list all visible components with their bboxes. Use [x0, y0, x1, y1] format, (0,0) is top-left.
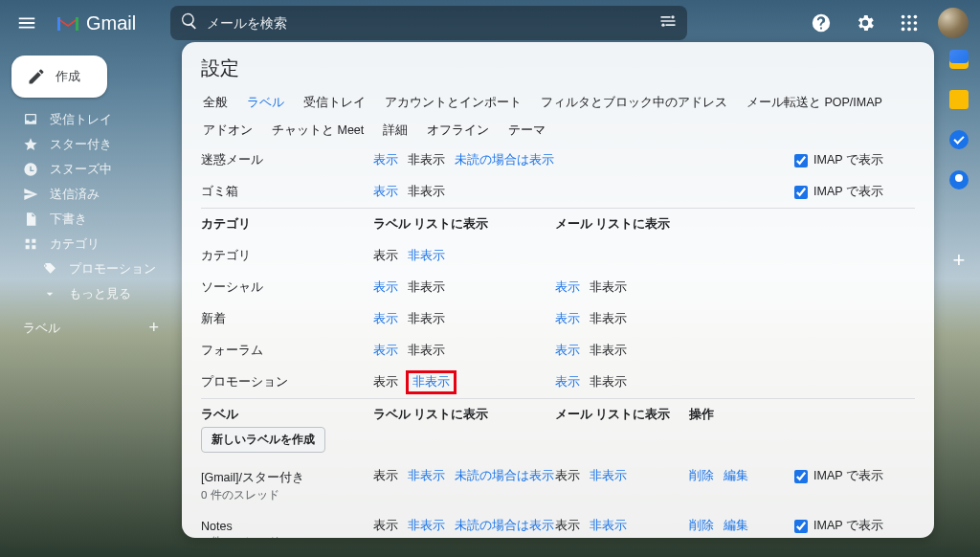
- link-show[interactable]: 表示: [373, 248, 398, 264]
- link-hide[interactable]: 非表示: [590, 468, 627, 484]
- row-trash: ゴミ箱 表示 非表示 IMAP で表示: [201, 176, 915, 208]
- link-show[interactable]: 表示: [373, 518, 398, 534]
- compose-label: 作成: [56, 68, 80, 85]
- tab-chat[interactable]: チャットと Meet: [262, 117, 373, 145]
- svg-point-0: [672, 15, 675, 18]
- account-avatar[interactable]: [938, 8, 969, 38]
- link-show[interactable]: 表示: [373, 311, 398, 327]
- sidebar-item-promotions[interactable]: プロモーション: [0, 256, 172, 281]
- link-hide[interactable]: 非表示: [408, 518, 445, 534]
- link-edit[interactable]: 編集: [724, 468, 748, 484]
- search-bar[interactable]: [170, 6, 687, 40]
- link-unread[interactable]: 未読の場合は表示: [455, 468, 554, 484]
- settings-title: 設定: [184, 54, 932, 89]
- tasks-icon[interactable]: [949, 130, 969, 149]
- link-hide[interactable]: 非表示: [590, 374, 627, 390]
- link-show[interactable]: 表示: [373, 468, 398, 484]
- gmail-logo: Gmail: [56, 12, 136, 34]
- link-delete[interactable]: 削除: [689, 468, 714, 484]
- sidebar-item-inbox[interactable]: 受信トレイ: [0, 107, 172, 132]
- imap-checkbox[interactable]: [794, 154, 808, 167]
- link-hide[interactable]: 非表示: [408, 152, 445, 168]
- search-input[interactable]: [207, 15, 651, 31]
- calendar-icon[interactable]: [949, 50, 969, 69]
- search-icon: [180, 11, 199, 34]
- svg-point-5: [902, 21, 905, 25]
- row-cat-0: カテゴリ 表示 非表示: [201, 240, 915, 272]
- keep-icon[interactable]: [949, 90, 969, 109]
- link-show[interactable]: 表示: [555, 518, 580, 534]
- link-hide[interactable]: 非表示: [408, 311, 445, 327]
- svg-point-10: [914, 28, 918, 32]
- link-show[interactable]: 表示: [373, 279, 398, 296]
- link-hide[interactable]: 非表示: [408, 468, 445, 484]
- sidebar-labels-heading: ラベル: [23, 320, 60, 337]
- imap-checkbox[interactable]: [794, 470, 808, 483]
- svg-point-1: [662, 24, 665, 27]
- svg-point-3: [907, 15, 911, 19]
- imap-checkbox[interactable]: [794, 520, 808, 533]
- contacts-icon[interactable]: [949, 170, 969, 189]
- tab-offline[interactable]: オフライン: [417, 117, 499, 145]
- tab-inbox[interactable]: 受信トレイ: [294, 89, 375, 117]
- tab-filters[interactable]: フィルタとブロック中のアドレス: [531, 89, 737, 117]
- tab-accounts[interactable]: アカウントとインポート: [375, 89, 531, 117]
- link-hide[interactable]: 非表示: [408, 279, 445, 296]
- link-show[interactable]: 表示: [555, 343, 580, 359]
- menu-button[interactable]: [8, 4, 46, 42]
- sidebar-item-snoozed[interactable]: スヌーズ中: [0, 157, 172, 182]
- link-unread[interactable]: 未読の場合は表示: [455, 518, 554, 534]
- link-hide[interactable]: 非表示: [590, 311, 627, 327]
- link-hide[interactable]: 非表示: [408, 184, 445, 200]
- sidebar-item-sent[interactable]: 送信済み: [0, 182, 172, 207]
- link-edit[interactable]: 編集: [724, 518, 748, 534]
- sidebar-item-more[interactable]: もっと見る: [0, 281, 172, 306]
- link-show[interactable]: 表示: [373, 374, 398, 390]
- settings-tabs: 全般 ラベル 受信トレイ アカウントとインポート フィルタとブロック中のアドレス…: [184, 89, 932, 145]
- link-show[interactable]: 表示: [373, 152, 398, 168]
- tab-advanced[interactable]: 詳細: [373, 117, 417, 145]
- tab-general[interactable]: 全般: [193, 89, 237, 117]
- settings-icon[interactable]: [846, 4, 884, 42]
- link-show[interactable]: 表示: [555, 468, 580, 484]
- svg-point-9: [907, 28, 911, 32]
- sidebar-item-categories[interactable]: カテゴリ: [0, 232, 172, 256]
- support-icon[interactable]: [802, 4, 840, 42]
- search-options-icon[interactable]: [658, 11, 678, 34]
- row-cat-2: 新着 表示 非表示 表示 非表示: [201, 303, 915, 335]
- link-hide[interactable]: 非表示: [590, 518, 627, 534]
- imap-checkbox[interactable]: [794, 186, 808, 199]
- row-spam: 迷惑メール 表示 非表示 未読の場合は表示 IMAP で表示: [201, 145, 915, 176]
- sidebar-item-starred[interactable]: スター付き: [0, 132, 172, 157]
- link-hide[interactable]: 非表示: [408, 343, 445, 359]
- row-cat-1: ソーシャル 表示 非表示 表示 非表示: [201, 272, 915, 303]
- create-label-button[interactable]: 新しいラベルを作成: [201, 427, 325, 453]
- tab-themes[interactable]: テーマ: [499, 117, 555, 145]
- link-show[interactable]: 表示: [555, 279, 580, 296]
- link-hide[interactable]: 非表示: [408, 248, 445, 264]
- tab-forward[interactable]: メール転送と POP/IMAP: [737, 89, 892, 117]
- link-show[interactable]: 表示: [373, 343, 398, 359]
- svg-point-8: [902, 28, 905, 32]
- categories-header: カテゴリ ラベル リストに表示 メール リストに表示: [201, 208, 915, 240]
- add-label-icon[interactable]: +: [148, 318, 159, 338]
- svg-point-2: [902, 15, 905, 19]
- row-cat-3: フォーラム 表示 非表示 表示 非表示: [201, 335, 915, 367]
- addons-plus-icon[interactable]: +: [949, 251, 969, 270]
- link-show[interactable]: 表示: [555, 374, 580, 390]
- sidebar-item-drafts[interactable]: 下書き: [0, 207, 172, 232]
- compose-button[interactable]: 作成: [11, 56, 107, 98]
- apps-icon[interactable]: [890, 4, 928, 42]
- link-show[interactable]: 表示: [373, 184, 398, 200]
- link-delete[interactable]: 削除: [689, 518, 714, 534]
- link-show[interactable]: 表示: [555, 311, 580, 327]
- tab-addons[interactable]: アドオン: [193, 117, 262, 145]
- link-hide-highlighted[interactable]: 非表示: [406, 370, 457, 394]
- tab-labels[interactable]: ラベル: [237, 89, 294, 117]
- link-hide[interactable]: 非表示: [590, 279, 627, 296]
- row-cat-4: プロモーション 表示 非表示 表示 非表示: [201, 367, 915, 398]
- link-unread[interactable]: 未読の場合は表示: [455, 152, 554, 168]
- svg-point-4: [914, 15, 918, 19]
- svg-point-7: [914, 21, 918, 25]
- link-hide[interactable]: 非表示: [590, 343, 627, 359]
